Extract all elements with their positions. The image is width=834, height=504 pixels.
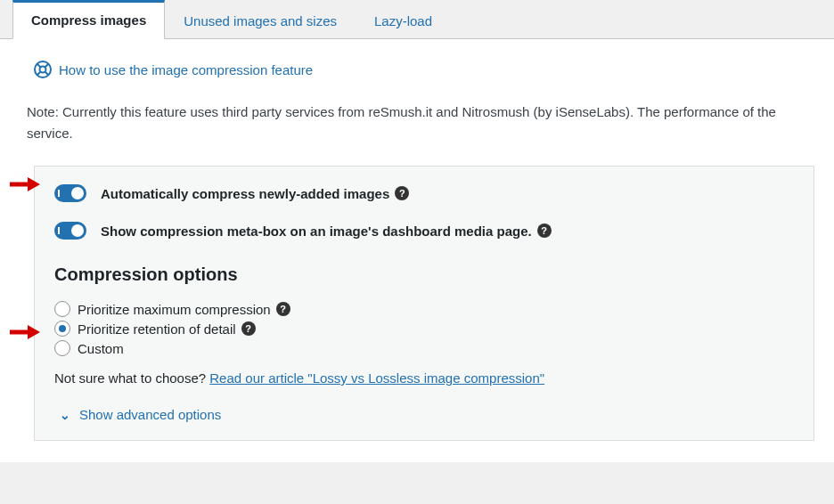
- radio-custom[interactable]: [54, 340, 70, 356]
- chevron-down-icon: ⌄: [60, 408, 70, 422]
- toggle-label-auto-compress: Automatically compress newly-added image…: [101, 186, 409, 201]
- help-icon[interactable]: ?: [241, 321, 256, 336]
- lifebuoy-icon: [34, 61, 52, 78]
- toggle-row-meta-box: Show compression meta-box on an image's …: [54, 222, 794, 240]
- tab-lazy-load[interactable]: Lazy-load: [356, 0, 451, 39]
- help-link[interactable]: How to use the image compression feature: [59, 62, 313, 77]
- toggle-text: Automatically compress newly-added image…: [101, 186, 389, 201]
- radio-retention-detail[interactable]: [54, 321, 70, 337]
- hint-prefix: Not sure what to choose?: [54, 370, 209, 386]
- help-icon[interactable]: ?: [537, 224, 552, 238]
- radio-text: Custom: [78, 341, 124, 356]
- radio-label-max-compression: Prioritize maximum compression ?: [78, 302, 290, 317]
- advanced-label: Show advanced options: [79, 407, 221, 422]
- annotation-arrow-icon: [10, 325, 40, 339]
- svg-point-1: [40, 67, 46, 73]
- radio-text: Prioritize maximum compression: [78, 302, 271, 317]
- section-heading-compression-options: Compression options: [54, 264, 794, 285]
- help-icon[interactable]: ?: [276, 302, 290, 316]
- toggle-text: Show compression meta-box on an image's …: [101, 224, 532, 239]
- feature-note: Note: Currently this feature uses third …: [27, 102, 814, 144]
- help-icon[interactable]: ?: [395, 186, 409, 200]
- radio-row-max-compression: Prioritize maximum compression ?: [54, 301, 794, 317]
- annotation-arrow-icon: [10, 177, 40, 191]
- toggle-meta-box[interactable]: [54, 222, 86, 240]
- toggle-row-auto-compress: Automatically compress newly-added image…: [54, 184, 794, 202]
- radio-max-compression[interactable]: [54, 301, 70, 317]
- svg-point-0: [35, 61, 51, 77]
- radio-label-custom: Custom: [78, 341, 124, 356]
- panel-compress-images: How to use the image compression feature…: [0, 39, 834, 462]
- radio-text: Prioritize retention of detail: [78, 321, 236, 337]
- radio-label-retention-detail: Prioritize retention of detail ?: [78, 321, 256, 337]
- help-link-row: How to use the image compression feature: [34, 61, 814, 78]
- hint-row: Not sure what to choose? Read our articl…: [54, 370, 794, 386]
- tab-compress-images[interactable]: Compress images: [12, 0, 165, 39]
- radio-row-retention-detail: Prioritize retention of detail ?: [54, 321, 794, 337]
- tab-bar: Compress images Unused images and sizes …: [0, 0, 834, 39]
- tab-unused-images[interactable]: Unused images and sizes: [165, 0, 356, 39]
- toggle-label-meta-box: Show compression meta-box on an image's …: [101, 224, 552, 239]
- toggle-auto-compress[interactable]: [54, 184, 86, 202]
- options-box: Automatically compress newly-added image…: [34, 166, 814, 441]
- radio-row-custom: Custom: [54, 340, 794, 356]
- article-link[interactable]: Read our article "Lossy vs Lossless imag…: [209, 370, 544, 386]
- page-root: Compress images Unused images and sizes …: [0, 0, 834, 462]
- show-advanced-options[interactable]: ⌄ Show advanced options: [60, 407, 794, 422]
